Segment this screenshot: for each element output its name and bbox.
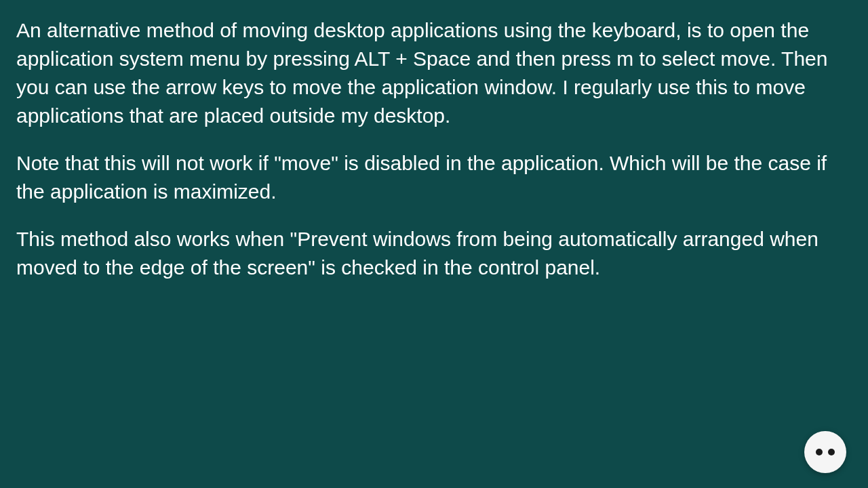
- dot-icon: [816, 449, 823, 455]
- dot-icon: [828, 449, 835, 455]
- paragraph-1: An alternative method of moving desktop …: [16, 16, 852, 130]
- paragraph-3: This method also works when "Prevent win…: [16, 225, 852, 282]
- paragraph-2: Note that this will not work if "move" i…: [16, 149, 852, 206]
- article-content: An alternative method of moving desktop …: [16, 16, 852, 282]
- chat-bubble-button[interactable]: [804, 431, 846, 473]
